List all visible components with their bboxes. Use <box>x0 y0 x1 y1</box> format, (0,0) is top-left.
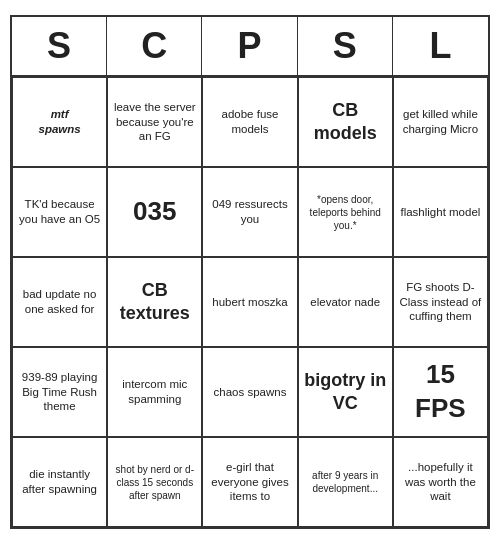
bingo-cell: die instantly after spawning <box>12 437 107 527</box>
bingo-card: SCPSL mtfspawnsleave the server because … <box>10 15 490 529</box>
bingo-cell: e-girl that everyone gives items to <box>202 437 297 527</box>
bingo-cell: 049 ressurects you <box>202 167 297 257</box>
bingo-cell: CB textures <box>107 257 202 347</box>
bingo-cell: 035 <box>107 167 202 257</box>
bingo-cell: elevator nade <box>298 257 393 347</box>
bingo-cell: ...hopefully it was worth the wait <box>393 437 488 527</box>
bingo-cell: *opens door, teleports behind you.* <box>298 167 393 257</box>
header-letter: P <box>202 17 297 75</box>
bingo-cell: shot by nerd or d-class 15 seconds after… <box>107 437 202 527</box>
bingo-cell: bigotry in VC <box>298 347 393 437</box>
bingo-cell: 939-89 playing Big Time Rush theme <box>12 347 107 437</box>
bingo-cell: chaos spawns <box>202 347 297 437</box>
header-letter: L <box>393 17 488 75</box>
bingo-grid: mtfspawnsleave the server because you're… <box>12 77 488 527</box>
bingo-cell: CB models <box>298 77 393 167</box>
bingo-cell: adobe fuse models <box>202 77 297 167</box>
header-letter: C <box>107 17 202 75</box>
bingo-cell: hubert moszka <box>202 257 297 347</box>
bingo-cell: after 9 years in development... <box>298 437 393 527</box>
bingo-cell: 15 FPS <box>393 347 488 437</box>
header-letter: S <box>12 17 107 75</box>
header-letter: S <box>298 17 393 75</box>
bingo-cell: leave the server because you're an FG <box>107 77 202 167</box>
bingo-cell: intercom mic spamming <box>107 347 202 437</box>
bingo-cell: mtfspawns <box>12 77 107 167</box>
bingo-cell: TK'd because you have an O5 <box>12 167 107 257</box>
bingo-cell: FG shoots D-Class instead of cuffing the… <box>393 257 488 347</box>
bingo-header: SCPSL <box>12 17 488 77</box>
bingo-cell: bad update no one asked for <box>12 257 107 347</box>
bingo-cell: get killed while charging Micro <box>393 77 488 167</box>
bingo-cell: flashlight model <box>393 167 488 257</box>
